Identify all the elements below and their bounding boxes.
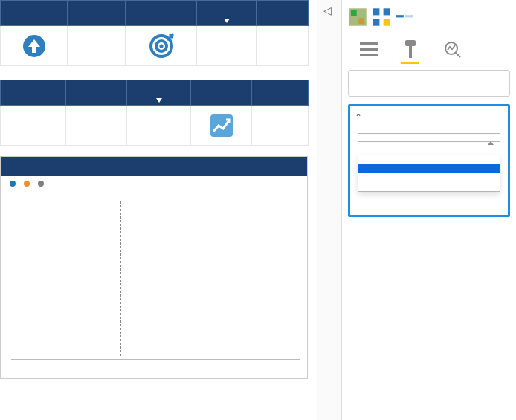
report-canvas	[0, 0, 308, 420]
svg-rect-14	[360, 42, 378, 45]
format-section-highlight: ⌃ ☟	[348, 104, 510, 217]
col-header[interactable]	[126, 1, 197, 26]
caret-up-icon	[488, 141, 494, 145]
dropdown-option[interactable]	[358, 164, 500, 173]
chart-legend	[1, 176, 307, 190]
col-header[interactable]	[252, 80, 309, 106]
svg-rect-11	[384, 19, 390, 26]
legend-swatch	[38, 181, 44, 187]
svg-rect-9	[384, 8, 390, 15]
svg-rect-4	[210, 114, 233, 137]
svg-rect-17	[405, 40, 416, 46]
kpi-cell	[191, 106, 252, 146]
dropdown-option[interactable]	[358, 155, 500, 164]
col-header[interactable]	[66, 80, 127, 106]
trend-up-icon	[208, 112, 235, 139]
visualizations-pane: ⌃ ☟	[342, 0, 516, 420]
small-multiples-icon[interactable]	[372, 7, 391, 27]
x-axis	[11, 359, 300, 371]
pane-tabs	[348, 39, 510, 59]
svg-rect-13	[405, 15, 413, 17]
dropdown-list	[358, 155, 500, 192]
svg-rect-12	[396, 15, 404, 17]
sort-caret-icon	[224, 19, 230, 25]
chevron-up-icon: ⌃	[355, 112, 362, 123]
custom-viz-icon[interactable]	[348, 7, 367, 27]
arrow-up-circle-icon	[21, 33, 48, 59]
filters-pane-collapsed[interactable]: ◁	[317, 0, 342, 420]
plot-area	[11, 201, 300, 356]
kpi-cell	[66, 106, 127, 146]
svg-rect-16	[360, 54, 378, 56]
legend-swatch	[10, 181, 16, 187]
chart-title	[1, 157, 307, 176]
svg-point-3	[159, 44, 163, 48]
kpi-cell	[197, 26, 257, 66]
legend-swatch	[24, 181, 30, 187]
expand-icon[interactable]: ◁	[323, 4, 332, 16]
kpi-cell	[257, 26, 309, 66]
sort-caret-icon	[156, 98, 162, 104]
col-header[interactable]	[191, 80, 252, 106]
search-input[interactable]	[362, 77, 503, 90]
kpi-cell	[1, 26, 68, 66]
kpi-cell	[1, 106, 66, 146]
svg-line-20	[456, 53, 460, 57]
target-icon	[148, 33, 175, 59]
col-header[interactable]	[127, 80, 191, 106]
kpi-cell	[68, 26, 126, 66]
svg-rect-8	[373, 8, 379, 15]
kpi-cell	[127, 106, 191, 146]
col-header[interactable]	[257, 1, 309, 26]
kpi-table-1[interactable]	[0, 0, 309, 66]
col-header[interactable]	[197, 1, 257, 26]
table-row[interactable]	[1, 26, 309, 66]
format-search[interactable]	[348, 70, 510, 97]
svg-rect-6	[351, 10, 357, 16]
svg-rect-10	[373, 19, 379, 26]
kpi-cell	[126, 26, 197, 66]
scatter-chart[interactable]	[0, 156, 308, 379]
col-header[interactable]	[1, 1, 68, 26]
svg-rect-18	[409, 46, 412, 58]
fields-tab[interactable]	[358, 39, 379, 59]
kpi-cell	[252, 106, 309, 146]
section-header-style[interactable]: ⌃	[355, 111, 503, 124]
viz-extras-row	[348, 7, 510, 27]
svg-rect-15	[360, 48, 378, 51]
dropdown-option[interactable]	[358, 173, 500, 182]
format-tab[interactable]	[400, 39, 421, 59]
stream-icon[interactable]	[396, 7, 415, 27]
analytics-tab[interactable]	[442, 39, 462, 59]
kpi-table-2[interactable]	[0, 80, 309, 146]
svg-rect-7	[358, 18, 364, 24]
timeline-style-dropdown[interactable]: ☟	[358, 133, 500, 142]
dropdown-option[interactable]	[358, 182, 500, 191]
median-line	[120, 201, 121, 356]
col-header[interactable]	[1, 80, 66, 106]
col-header[interactable]	[68, 1, 126, 26]
dropdown-current[interactable]	[358, 134, 500, 141]
table-row[interactable]	[1, 106, 309, 146]
